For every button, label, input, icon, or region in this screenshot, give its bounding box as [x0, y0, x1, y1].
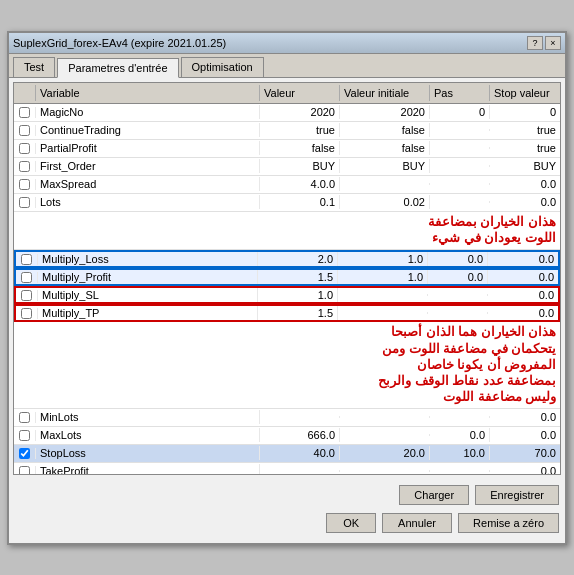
pas-cell — [428, 312, 488, 314]
row-checkbox[interactable] — [19, 412, 30, 423]
tab-parametres[interactable]: Parametres d'entrée — [57, 58, 178, 78]
init-cell: 20.0 — [340, 446, 430, 460]
parameter-table: Variable Valeur Valeur initiale Pas Stop… — [13, 82, 561, 475]
table-row: Multiply_Profit1.51.00.00.0 — [14, 268, 560, 286]
valeur-cell: 666.0 — [260, 428, 340, 442]
stop-cell: 0.0 — [490, 177, 560, 191]
valeur-cell: 40.0 — [260, 446, 340, 460]
col-pas: Pas — [430, 85, 490, 101]
init-cell: 0.02 — [340, 195, 430, 209]
stop-cell: 70.0 — [490, 446, 560, 460]
title-buttons: ? × — [527, 36, 561, 50]
pas-cell: 0.0 — [430, 428, 490, 442]
init-cell: 1.0 — [338, 252, 428, 266]
row-checkbox[interactable] — [19, 107, 30, 118]
variable-name: Multiply_Loss — [38, 252, 258, 266]
table-header: Variable Valeur Valeur initiale Pas Stop… — [14, 83, 560, 104]
pas-cell: 0 — [430, 105, 490, 119]
variable-name: MaxSpread — [36, 177, 260, 191]
annuler-button[interactable]: Annuler — [382, 513, 452, 533]
tab-optimisation[interactable]: Optimisation — [181, 57, 264, 77]
stop-cell: true — [490, 141, 560, 155]
remise-button[interactable]: Remise a zéro — [458, 513, 559, 533]
valeur-cell: 1.0 — [258, 288, 338, 302]
row-checkbox[interactable] — [19, 179, 30, 190]
table-row: Multiply_TP1.50.0 — [14, 304, 560, 322]
stop-cell: true — [490, 123, 560, 137]
col-init: Valeur initiale — [340, 85, 430, 101]
variable-name: Multiply_SL — [38, 288, 258, 302]
charger-button[interactable]: Charger — [399, 485, 469, 505]
stop-cell: 0.0 — [490, 428, 560, 442]
col-stop: Stop valeur — [490, 85, 560, 101]
pas-cell — [430, 183, 490, 185]
col-variable: Variable — [36, 85, 260, 101]
row-checkbox[interactable] — [19, 161, 30, 172]
stop-cell: 0 — [490, 105, 560, 119]
valeur-cell: 2020 — [260, 105, 340, 119]
table-row: First_OrderBUYBUYBUY — [14, 158, 560, 176]
help-button[interactable]: ? — [527, 36, 543, 50]
ok-button[interactable]: OK — [326, 513, 376, 533]
stop-cell: BUY — [490, 159, 560, 173]
valeur-cell — [260, 470, 340, 472]
row-checkbox[interactable] — [19, 448, 30, 459]
row-checkbox[interactable] — [19, 466, 30, 474]
col-valeur: Valeur — [260, 85, 340, 101]
init-cell — [338, 294, 428, 296]
init-cell — [340, 416, 430, 418]
valeur-cell: 1.5 — [258, 306, 338, 320]
action-buttons: Charger Enregistrer — [13, 483, 561, 507]
variable-name: StopLoss — [36, 446, 260, 460]
pas-cell — [430, 470, 490, 472]
tab-test[interactable]: Test — [13, 57, 55, 77]
row-checkbox[interactable] — [19, 143, 30, 154]
close-button[interactable]: × — [545, 36, 561, 50]
pas-cell: 0.0 — [428, 270, 488, 284]
annotation-1: هذان الخياران بمضاعفةاللوت يعودان في شيء — [14, 212, 560, 251]
variable-name: TakeProfit — [36, 464, 260, 473]
pas-cell: 0.0 — [428, 252, 488, 266]
variable-name: MaxLots — [36, 428, 260, 442]
row-checkbox[interactable] — [21, 308, 32, 319]
variable-name: ContinueTrading — [36, 123, 260, 137]
valeur-cell: BUY — [260, 159, 340, 173]
row-checkbox[interactable] — [19, 430, 30, 441]
table-row: MaxLots666.00.00.0 — [14, 427, 560, 445]
pas-cell — [430, 416, 490, 418]
variable-name: Multiply_TP — [38, 306, 258, 320]
stop-cell: 0.0 — [488, 270, 558, 284]
confirm-buttons: OK Annuler Remise a zéro — [13, 511, 561, 535]
init-cell: false — [340, 141, 430, 155]
stop-cell: 0.0 — [490, 410, 560, 424]
valeur-cell — [260, 416, 340, 418]
variable-name: PartialProfit — [36, 141, 260, 155]
variable-name: Multiply_Profit — [38, 270, 258, 284]
stop-cell: 0.0 — [488, 306, 558, 320]
init-cell — [340, 434, 430, 436]
row-checkbox[interactable] — [21, 272, 32, 283]
valeur-cell: true — [260, 123, 340, 137]
enregistrer-button[interactable]: Enregistrer — [475, 485, 559, 505]
init-cell: 2020 — [340, 105, 430, 119]
table-row: MaxSpread4.0.00.0 — [14, 176, 560, 194]
row-checkbox[interactable] — [19, 125, 30, 136]
table-row: MinLots0.0 — [14, 409, 560, 427]
pas-cell — [430, 147, 490, 149]
table-row: Multiply_SL1.00.0 — [14, 286, 560, 304]
init-cell — [340, 183, 430, 185]
row-checkbox[interactable] — [21, 254, 32, 265]
row-checkbox[interactable] — [21, 290, 32, 301]
row-checkbox[interactable] — [19, 197, 30, 208]
table-row: MagicNo2020202000 — [14, 104, 560, 122]
init-cell — [340, 470, 430, 472]
tab-bar: Test Parametres d'entrée Optimisation — [9, 54, 565, 78]
init-cell: false — [340, 123, 430, 137]
init-cell: 1.0 — [338, 270, 428, 284]
table-row: StopLoss40.020.010.070.0 — [14, 445, 560, 463]
init-cell: BUY — [340, 159, 430, 173]
main-window: SuplexGrid_forex-EAv4 (expire 2021.01.25… — [7, 31, 567, 545]
table-row: PartialProfitfalsefalsetrue — [14, 140, 560, 158]
init-cell — [338, 312, 428, 314]
stop-cell: 0.0 — [490, 464, 560, 473]
